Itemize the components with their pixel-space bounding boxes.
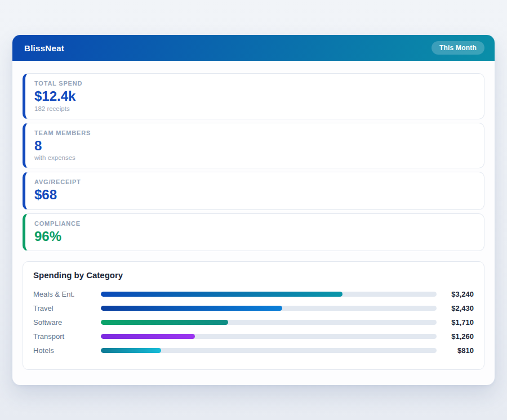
category-label: Transport	[33, 332, 101, 341]
spend-row-hotels: Hotels $810	[33, 343, 474, 358]
bar-track	[101, 334, 437, 339]
stat-subtext: 182 receipts	[34, 105, 475, 112]
spend-row-software: Software $1,710	[33, 315, 474, 329]
spending-by-category-card: Spending by Category Meals & Ent. $3,240…	[23, 261, 484, 370]
category-value: $1,260	[437, 332, 474, 341]
spending-card-title: Spending by Category	[33, 270, 474, 280]
stat-card-avg-receipt: AVG/RECEIPT $68	[23, 172, 484, 210]
stat-subtext: with expenses	[34, 154, 475, 161]
category-label: Software	[33, 318, 101, 327]
bar-fill	[101, 348, 161, 353]
spend-row-transport: Transport $1,260	[33, 329, 474, 343]
stat-card-team-members: TEAM MEMBERS 8 with expenses	[23, 123, 484, 169]
category-value: $3,240	[437, 290, 474, 298]
category-label: Meals & Ent.	[33, 290, 101, 298]
dashboard-panel: BlissNeat This Month TOTAL SPEND $12.4k …	[12, 35, 495, 385]
bar-fill	[101, 292, 343, 297]
stat-value: 96%	[34, 229, 475, 244]
stat-value: 8	[34, 138, 475, 154]
stat-label: TEAM MEMBERS	[34, 129, 475, 136]
period-badge[interactable]: This Month	[432, 41, 484, 55]
bar-fill	[101, 334, 195, 339]
stat-value: $68	[34, 187, 475, 203]
dashboard-content: TOTAL SPEND $12.4k 182 receipts TEAM MEM…	[12, 61, 495, 370]
bar-fill	[101, 306, 282, 311]
category-label: Travel	[33, 304, 101, 312]
stat-label: TOTAL SPEND	[34, 80, 475, 87]
stat-card-total-spend: TOTAL SPEND $12.4k 182 receipts	[23, 73, 484, 119]
category-label: Hotels	[33, 346, 101, 355]
spend-row-travel: Travel $2,430	[33, 301, 474, 315]
stat-card-compliance: COMPLIANCE 96%	[23, 213, 484, 252]
stat-label: COMPLIANCE	[34, 220, 475, 227]
stat-value: $12.4k	[34, 88, 475, 104]
category-value: $810	[437, 346, 474, 355]
category-value: $1,710	[437, 318, 474, 327]
bar-track	[101, 320, 437, 325]
bar-track	[101, 292, 437, 297]
bar-track	[101, 348, 437, 353]
spend-row-meals: Meals & Ent. $3,240	[33, 287, 474, 301]
bar-fill	[101, 320, 228, 325]
app-title: BlissNeat	[24, 43, 64, 53]
stat-label: AVG/RECEIPT	[34, 178, 475, 185]
category-value: $2,430	[437, 304, 474, 312]
app-header: BlissNeat This Month	[12, 35, 495, 61]
bar-track	[101, 306, 437, 311]
